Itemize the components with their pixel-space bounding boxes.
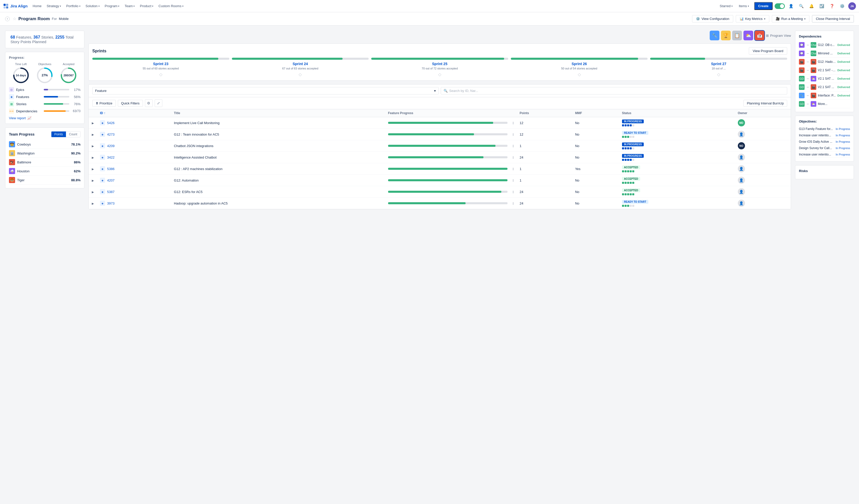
dep-name[interactable]: More... [818,102,838,106]
sprint-name[interactable]: Sprint 24 [232,62,369,66]
sprint-name[interactable]: Sprint 23 [92,62,229,66]
features-icon: ◈ [9,94,14,99]
feature-status: ACCEPTED [622,177,732,184]
sprint-name[interactable]: Sprint 25 [371,62,508,66]
run-meeting-button[interactable]: 🎥 Run a Meeting ▾ [772,15,810,22]
close-planning-interval-button[interactable]: Close Planning Interval [812,15,854,22]
settings-icon-button[interactable]: ⚙ [145,99,153,107]
sprint-icons: ◇ [650,72,787,77]
sprint-link-icon[interactable]: ◇ [717,72,720,77]
nav-solution[interactable]: Solution ▾ [84,0,102,12]
burnup-button[interactable]: Planning Interval BurnUp [743,100,787,107]
expand-icon-button[interactable]: ⤢ [155,99,162,107]
objective-name[interactable]: Design Survey for Call... [799,146,834,150]
view-configuration-button[interactable]: ⚙️ View Configuration [692,15,733,22]
prioritize-button[interactable]: ⬆ Prioritize [92,100,116,107]
quick-filters-button[interactable]: Quick Filters [118,100,143,107]
sprint-progress-fill [650,58,705,60]
key-metrics-button[interactable]: 📊 Key Metrics ▾ [736,15,769,22]
tab-count[interactable]: Count [66,131,80,137]
tool-view-icon[interactable]: 🔧 [710,31,719,40]
nav-home[interactable]: Home [31,0,44,12]
sprint-link-icon[interactable]: ◇ [578,72,581,77]
nav-strategy[interactable]: Strategy ▾ [44,0,63,12]
feature-id[interactable]: 3973 [107,202,115,205]
help-icon[interactable]: ❓ [828,2,836,10]
feature-filter-select[interactable]: Feature ▾ [92,87,439,94]
dep-name[interactable]: Mirrored ... [818,51,836,55]
sprint-link-icon[interactable]: ◇ [299,72,302,77]
table-row: ▶ ◈ 4209 Chatbot JSON integrations | 1 N… [89,140,791,152]
feature-id[interactable]: 4273 [107,132,115,136]
expand-arrow[interactable]: ▶ [92,122,94,125]
sprint-name[interactable]: Sprint 27 [650,62,787,66]
user-icon[interactable]: 👤 [787,2,795,10]
prioritize-icon: ⬆ [95,101,99,105]
col-id[interactable]: ID ↑ [97,109,171,117]
expand-arrow[interactable]: ▶ [92,133,94,136]
dep-name[interactable]: V2.1 SAT - ... [818,68,836,72]
expand-arrow[interactable]: ▶ [92,190,94,193]
list-view-icon[interactable]: 📋 [732,31,742,40]
settings-icon[interactable]: ⚙️ [838,2,846,10]
search-icon[interactable]: 🔍 [797,2,805,10]
view-report-link[interactable]: View report 📈 [9,116,80,120]
feature-points: 24 [517,186,572,198]
jira-align-logo[interactable]: Jira Align [3,3,28,9]
objectives-section: Objectives: G13 Family Feature for... In… [795,116,854,162]
calendar-view-icon[interactable]: 📅 [755,31,764,40]
dep-name[interactable]: V2.1 SAT ... [818,85,836,89]
cloud-view-icon[interactable]: ⛅ [743,31,753,40]
nav-team[interactable]: Team ▾ [122,0,137,12]
feature-type-icon: ◈ [100,143,105,148]
nav-product[interactable]: Product ▾ [138,0,155,12]
feature-id[interactable]: 4207 [107,178,115,182]
objective-name[interactable]: Grow iOS Daily Active ... [799,140,834,143]
feature-id[interactable]: 4209 [107,144,115,148]
dep-name[interactable]: Interface: P... [818,94,836,97]
favorite-icon[interactable]: ☆ [13,16,16,21]
nav-custom-rooms[interactable]: Custom Rooms ▾ [156,0,185,12]
dep-name[interactable]: G12: DB c... [818,43,836,47]
chart-icon: 📊 [740,17,744,21]
nav-items[interactable]: Items ▾ [737,0,751,12]
objective-name[interactable]: Increase user retentio... [799,153,834,156]
nav-portfolio[interactable]: Portfolio ▾ [64,0,82,12]
feature-id[interactable]: 5426 [107,121,115,125]
notifications-icon[interactable]: 🔔 [807,2,815,10]
expand-arrow[interactable]: ▶ [92,179,94,182]
sprint-link-icon[interactable]: ◇ [438,72,441,77]
sprint-name[interactable]: Sprint 26 [511,62,648,66]
objective-name[interactable]: G13 Family Feature for... [799,127,834,131]
nav-program[interactable]: Program ▾ [103,0,122,12]
create-button[interactable]: Create [754,2,772,10]
expand-arrow[interactable]: ▶ [92,156,94,159]
trophy-view-icon[interactable]: 🏆 [721,31,731,40]
expand-arrow[interactable]: ▶ [92,202,94,205]
program-view-button[interactable]: ⊞ For Program View [766,34,791,37]
feature-id[interactable]: 5386 [107,167,115,171]
progress-card: Progress: Time Left 14 days Objective [5,52,85,124]
sprint-link-icon[interactable]: ◇ [159,72,162,77]
feature-id[interactable]: 5387 [107,190,115,194]
checklist-icon[interactable]: ☑️ [817,2,826,10]
dep-name[interactable]: G12: Hadoo... [818,60,836,64]
status-dots [622,193,634,195]
dep-name[interactable]: V2.1 SAT ... [818,77,836,80]
expand-arrow[interactable]: ▶ [92,168,94,171]
user-avatar[interactable]: JA [848,2,856,10]
table-row: ▶ ◈ 5387 G12: ESRs for AC5 | 24 No ACCEP… [89,186,791,198]
collapse-sidebar-button[interactable]: ‹ [5,17,10,21]
dep-arrow-icon: → [806,60,809,64]
toggle-switch[interactable] [774,3,785,9]
col-mmf: MMF [572,109,619,117]
nav-starred[interactable]: Starred ▾ [718,0,735,12]
view-icons-row: 🔧 🏆 📋 ⛅ 📅 ⊞ For Program View [89,31,791,40]
status-badge: ACCEPTED [622,188,640,192]
view-program-board-button[interactable]: View Program Board [749,47,787,54]
tab-points[interactable]: Points [51,131,66,137]
features-search[interactable]: 🔍 Search by ID, Nar... [441,87,787,94]
feature-id[interactable]: 3422 [107,156,115,159]
objective-name[interactable]: Increase user retentio... [799,133,834,137]
expand-arrow[interactable]: ▶ [92,144,94,147]
